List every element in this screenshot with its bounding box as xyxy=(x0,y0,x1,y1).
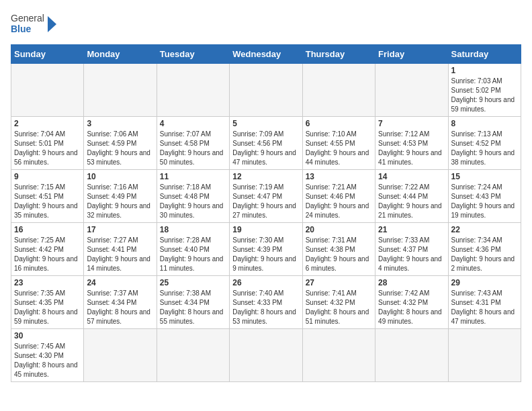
day-info: Sunrise: 7:45 AM Sunset: 4:30 PM Dayligh… xyxy=(14,342,81,379)
calendar-cell xyxy=(157,329,229,382)
day-number: 23 xyxy=(14,278,81,287)
calendar-cell xyxy=(302,64,375,117)
calendar-cell: 23Sunrise: 7:35 AM Sunset: 4:35 PM Dayli… xyxy=(11,276,84,329)
calendar-week-row: 9Sunrise: 7:15 AM Sunset: 4:51 PM Daylig… xyxy=(11,170,521,223)
calendar-header-row: SundayMondayTuesdayWednesdayThursdayFrid… xyxy=(11,45,521,64)
calendar-week-row: 16Sunrise: 7:25 AM Sunset: 4:42 PM Dayli… xyxy=(11,223,521,276)
calendar-week-row: 2Sunrise: 7:04 AM Sunset: 5:01 PM Daylig… xyxy=(11,117,521,170)
day-number: 13 xyxy=(306,172,372,181)
header-friday: Friday xyxy=(375,45,448,64)
calendar-cell xyxy=(157,64,229,117)
day-number: 29 xyxy=(451,278,518,287)
day-number: 5 xyxy=(232,119,299,128)
calendar-cell: 13Sunrise: 7:21 AM Sunset: 4:46 PM Dayli… xyxy=(302,170,375,223)
calendar-cell: 11Sunrise: 7:18 AM Sunset: 4:48 PM Dayli… xyxy=(157,170,229,223)
header-saturday: Saturday xyxy=(448,45,521,64)
calendar-cell: 15Sunrise: 7:24 AM Sunset: 4:43 PM Dayli… xyxy=(448,170,521,223)
calendar-cell: 18Sunrise: 7:28 AM Sunset: 4:40 PM Dayli… xyxy=(157,223,229,276)
day-number: 18 xyxy=(160,225,226,234)
day-info: Sunrise: 7:12 AM Sunset: 4:53 PM Dayligh… xyxy=(378,130,445,167)
header-monday: Monday xyxy=(84,45,157,64)
day-number: 21 xyxy=(378,225,445,234)
day-info: Sunrise: 7:35 AM Sunset: 4:35 PM Dayligh… xyxy=(14,289,81,326)
calendar-cell: 21Sunrise: 7:33 AM Sunset: 4:37 PM Dayli… xyxy=(375,223,448,276)
day-info: Sunrise: 7:37 AM Sunset: 4:34 PM Dayligh… xyxy=(87,289,153,326)
calendar-cell: 24Sunrise: 7:37 AM Sunset: 4:34 PM Dayli… xyxy=(84,276,157,329)
day-number: 16 xyxy=(14,225,81,234)
logo-svg: GeneralBlue xyxy=(11,11,58,38)
day-number: 17 xyxy=(87,225,153,234)
day-info: Sunrise: 7:34 AM Sunset: 4:36 PM Dayligh… xyxy=(451,236,518,273)
calendar-cell: 7Sunrise: 7:12 AM Sunset: 4:53 PM Daylig… xyxy=(375,117,448,170)
day-info: Sunrise: 7:42 AM Sunset: 4:32 PM Dayligh… xyxy=(378,289,445,326)
calendar-cell: 3Sunrise: 7:06 AM Sunset: 4:59 PM Daylig… xyxy=(84,117,157,170)
day-number: 20 xyxy=(306,225,372,234)
day-number: 15 xyxy=(451,172,518,181)
header: GeneralBlue xyxy=(11,11,521,38)
calendar-cell: 19Sunrise: 7:30 AM Sunset: 4:39 PM Dayli… xyxy=(230,223,302,276)
day-info: Sunrise: 7:07 AM Sunset: 4:58 PM Dayligh… xyxy=(160,130,226,167)
day-info: Sunrise: 7:22 AM Sunset: 4:44 PM Dayligh… xyxy=(378,183,445,220)
svg-text:General: General xyxy=(11,13,44,24)
day-number: 28 xyxy=(378,278,445,287)
svg-marker-2 xyxy=(48,16,56,32)
day-info: Sunrise: 7:15 AM Sunset: 4:51 PM Dayligh… xyxy=(14,183,81,220)
day-number: 7 xyxy=(378,119,445,128)
header-tuesday: Tuesday xyxy=(157,45,229,64)
day-info: Sunrise: 7:43 AM Sunset: 4:31 PM Dayligh… xyxy=(451,289,518,326)
calendar-cell: 28Sunrise: 7:42 AM Sunset: 4:32 PM Dayli… xyxy=(375,276,448,329)
calendar-cell: 16Sunrise: 7:25 AM Sunset: 4:42 PM Dayli… xyxy=(11,223,84,276)
calendar-cell xyxy=(375,64,448,117)
calendar-cell: 4Sunrise: 7:07 AM Sunset: 4:58 PM Daylig… xyxy=(157,117,229,170)
day-number: 1 xyxy=(451,66,518,75)
calendar-week-row: 23Sunrise: 7:35 AM Sunset: 4:35 PM Dayli… xyxy=(11,276,521,329)
header-thursday: Thursday xyxy=(302,45,375,64)
calendar-cell: 29Sunrise: 7:43 AM Sunset: 4:31 PM Dayli… xyxy=(448,276,521,329)
header-sunday: Sunday xyxy=(11,45,84,64)
day-info: Sunrise: 7:13 AM Sunset: 4:52 PM Dayligh… xyxy=(451,130,518,167)
day-info: Sunrise: 7:33 AM Sunset: 4:37 PM Dayligh… xyxy=(378,236,445,273)
day-info: Sunrise: 7:03 AM Sunset: 5:02 PM Dayligh… xyxy=(451,77,518,114)
day-info: Sunrise: 7:30 AM Sunset: 4:39 PM Dayligh… xyxy=(232,236,299,273)
calendar-cell: 25Sunrise: 7:38 AM Sunset: 4:34 PM Dayli… xyxy=(157,276,229,329)
calendar-cell xyxy=(230,329,302,382)
day-number: 6 xyxy=(306,119,372,128)
calendar-cell xyxy=(230,64,302,117)
day-number: 25 xyxy=(160,278,226,287)
day-info: Sunrise: 7:28 AM Sunset: 4:40 PM Dayligh… xyxy=(160,236,226,273)
day-info: Sunrise: 7:27 AM Sunset: 4:41 PM Dayligh… xyxy=(87,236,153,273)
calendar-cell xyxy=(11,64,84,117)
calendar-cell: 30Sunrise: 7:45 AM Sunset: 4:30 PM Dayli… xyxy=(11,329,84,382)
calendar-cell xyxy=(84,64,157,117)
calendar-cell: 8Sunrise: 7:13 AM Sunset: 4:52 PM Daylig… xyxy=(448,117,521,170)
calendar-cell xyxy=(302,329,375,382)
day-info: Sunrise: 7:19 AM Sunset: 4:47 PM Dayligh… xyxy=(232,183,299,220)
calendar-cell: 9Sunrise: 7:15 AM Sunset: 4:51 PM Daylig… xyxy=(11,170,84,223)
calendar-cell: 12Sunrise: 7:19 AM Sunset: 4:47 PM Dayli… xyxy=(230,170,302,223)
calendar-cell xyxy=(448,329,521,382)
day-info: Sunrise: 7:16 AM Sunset: 4:49 PM Dayligh… xyxy=(87,183,153,220)
calendar-cell xyxy=(84,329,157,382)
header-wednesday: Wednesday xyxy=(230,45,302,64)
calendar-cell: 22Sunrise: 7:34 AM Sunset: 4:36 PM Dayli… xyxy=(448,223,521,276)
day-info: Sunrise: 7:41 AM Sunset: 4:32 PM Dayligh… xyxy=(306,289,372,326)
calendar-cell: 2Sunrise: 7:04 AM Sunset: 5:01 PM Daylig… xyxy=(11,117,84,170)
calendar-cell: 5Sunrise: 7:09 AM Sunset: 4:56 PM Daylig… xyxy=(230,117,302,170)
day-number: 2 xyxy=(14,119,81,128)
calendar-week-row: 30Sunrise: 7:45 AM Sunset: 4:30 PM Dayli… xyxy=(11,329,521,382)
day-number: 26 xyxy=(232,278,299,287)
calendar-cell: 20Sunrise: 7:31 AM Sunset: 4:38 PM Dayli… xyxy=(302,223,375,276)
day-number: 11 xyxy=(160,172,226,181)
day-number: 19 xyxy=(232,225,299,234)
day-number: 3 xyxy=(87,119,153,128)
day-number: 10 xyxy=(87,172,153,181)
calendar-cell: 10Sunrise: 7:16 AM Sunset: 4:49 PM Dayli… xyxy=(84,170,157,223)
day-number: 14 xyxy=(378,172,445,181)
day-info: Sunrise: 7:21 AM Sunset: 4:46 PM Dayligh… xyxy=(306,183,372,220)
calendar-table: SundayMondayTuesdayWednesdayThursdayFrid… xyxy=(11,44,521,382)
calendar-cell: 17Sunrise: 7:27 AM Sunset: 4:41 PM Dayli… xyxy=(84,223,157,276)
day-info: Sunrise: 7:04 AM Sunset: 5:01 PM Dayligh… xyxy=(14,130,81,167)
calendar-cell: 14Sunrise: 7:22 AM Sunset: 4:44 PM Dayli… xyxy=(375,170,448,223)
calendar-cell: 26Sunrise: 7:40 AM Sunset: 4:33 PM Dayli… xyxy=(230,276,302,329)
day-info: Sunrise: 7:25 AM Sunset: 4:42 PM Dayligh… xyxy=(14,236,81,273)
